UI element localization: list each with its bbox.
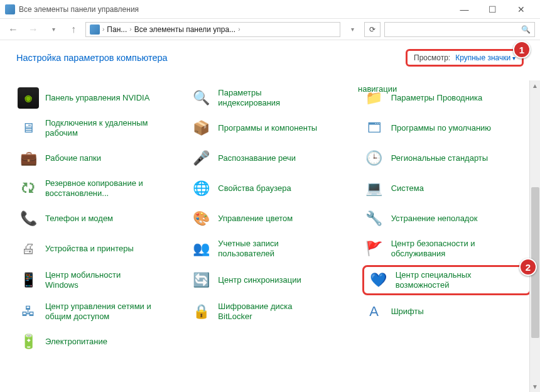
fonts-icon: A bbox=[364, 301, 385, 322]
item-label: Панель управления NVIDIA bbox=[45, 93, 149, 103]
minimize-button[interactable]: — bbox=[450, 0, 478, 19]
nvidia-icon: ◉ bbox=[18, 87, 39, 109]
item-label: Распознавание речи bbox=[218, 153, 296, 163]
ease-of-access[interactable]: 💙Центр специальных возможностей2 bbox=[362, 265, 531, 295]
programs-and-features[interactable]: 📦Программы и компоненты bbox=[189, 114, 358, 142]
view-value[interactable]: Крупные значки bbox=[455, 53, 516, 62]
indexing-options[interactable]: 🔍Параметры индексирования bbox=[189, 84, 358, 112]
explorer-options[interactable]: 📁Параметры Проводника bbox=[362, 84, 531, 112]
speech-icon: 🎤 bbox=[190, 148, 212, 169]
scroll-up-icon[interactable]: ▲ bbox=[530, 80, 540, 91]
window-buttons: — ☐ ✕ bbox=[450, 0, 535, 19]
work-folders[interactable]: 💼Рабочие папки bbox=[16, 144, 185, 172]
breadcrumb[interactable]: › Пан... › Все элементы панели упра... › bbox=[85, 22, 340, 37]
item-label: Электропитание bbox=[45, 337, 107, 347]
default-programs[interactable]: 🗔Программы по умолчанию bbox=[362, 114, 531, 142]
vertical-scrollbar[interactable]: ▲ ▼ bbox=[529, 80, 540, 392]
chevron-right-icon: › bbox=[102, 26, 104, 33]
item-label: Свойства браузера bbox=[218, 183, 291, 193]
bitlocker-icon: 🔒 bbox=[190, 301, 212, 322]
remote-icon: 🖥 bbox=[18, 117, 39, 139]
search-input[interactable]: 🔍 bbox=[384, 22, 535, 37]
item-label: Шифрование диска BitLocker bbox=[218, 302, 325, 322]
forward-button[interactable]: → bbox=[25, 21, 41, 38]
trouble-icon: 🔧 bbox=[364, 208, 385, 229]
power-icon: 🔋 bbox=[18, 331, 39, 352]
item-label: Система bbox=[391, 183, 424, 193]
view-selector[interactable]: Просмотр: Крупные значки 1 bbox=[406, 49, 524, 67]
mobility-center[interactable]: 📱Центр мобильности Windows bbox=[16, 265, 185, 295]
programs-icon: 📦 bbox=[190, 117, 212, 139]
nvidia-control-panel[interactable]: ◉Панель управления NVIDIA bbox=[16, 84, 185, 112]
regional-settings[interactable]: 🕒Региональные стандарты bbox=[362, 144, 531, 172]
folders-icon: 💼 bbox=[18, 148, 39, 169]
window-icon bbox=[5, 4, 15, 14]
item-label: Устранение неполадок bbox=[391, 214, 478, 224]
item-label: Резервное копирование и восстановлени... bbox=[45, 178, 152, 199]
system[interactable]: 💻Система bbox=[362, 175, 531, 202]
color-management[interactable]: 🎨Управление цветом bbox=[189, 205, 358, 232]
devices-printers[interactable]: 🖨Устройства и принтеры bbox=[16, 235, 185, 263]
item-label: Центр управления сетями и общим доступом bbox=[45, 302, 152, 322]
speech-recognition[interactable]: 🎤Распознавание речи bbox=[189, 144, 358, 172]
item-label: Подключения к удаленным рабочим bbox=[45, 118, 152, 139]
history-dropdown[interactable]: ▾ bbox=[344, 21, 360, 38]
index-icon: 🔍 bbox=[190, 87, 212, 109]
network-icon: 🖧 bbox=[18, 301, 39, 322]
breadcrumb-part[interactable]: Все элементы панели упра... bbox=[134, 25, 236, 34]
item-label: Центр безопасности и обслуживания bbox=[391, 239, 498, 259]
item-label: Телефон и модем bbox=[45, 214, 113, 224]
item-label: Центр специальных возможностей bbox=[396, 270, 502, 291]
user-accounts[interactable]: 👥Учетные записи пользователей bbox=[189, 235, 358, 263]
chevron-right-icon: › bbox=[238, 26, 240, 33]
network-sharing[interactable]: 🖧Центр управления сетями и общим доступо… bbox=[16, 298, 185, 325]
item-label: Центр синхронизации bbox=[218, 275, 301, 285]
security-icon: 🚩 bbox=[364, 238, 385, 259]
close-button[interactable]: ✕ bbox=[507, 0, 535, 19]
callout-badge-2: 2 bbox=[519, 258, 537, 276]
sync-icon: 🔄 bbox=[190, 270, 212, 291]
breadcrumb-part[interactable]: Пан... bbox=[107, 25, 127, 34]
devices-icon: 🖨 bbox=[18, 238, 39, 259]
default-icon: 🗔 bbox=[364, 117, 385, 139]
item-label: Устройства и принтеры bbox=[45, 244, 134, 254]
fonts[interactable]: AШрифты bbox=[362, 298, 531, 325]
back-button[interactable]: ← bbox=[5, 21, 21, 38]
explorer-icon: 📁 bbox=[364, 87, 385, 109]
addressbar: ← → ▾ ↑ › Пан... › Все элементы панели у… bbox=[0, 19, 540, 40]
item-label: Шрифты bbox=[391, 307, 424, 317]
mobility-icon: 📱 bbox=[18, 270, 39, 291]
item-label: Программы по умолчанию bbox=[391, 123, 491, 133]
location-icon bbox=[90, 24, 100, 35]
up-button[interactable]: ↑ bbox=[65, 21, 82, 38]
security-maintenance[interactable]: 🚩Центр безопасности и обслуживания bbox=[362, 235, 531, 263]
browser-icon: 🌐 bbox=[190, 178, 212, 199]
bitlocker[interactable]: 🔒Шифрование диска BitLocker bbox=[189, 298, 358, 325]
troubleshooting[interactable]: 🔧Устранение неполадок bbox=[362, 205, 531, 232]
sync-center[interactable]: 🔄Центр синхронизации bbox=[189, 265, 358, 295]
item-label: Рабочие папки bbox=[45, 153, 101, 163]
item-label: Региональные стандарты bbox=[391, 153, 488, 163]
color-icon: 🎨 bbox=[190, 208, 212, 229]
maximize-button[interactable]: ☐ bbox=[478, 0, 507, 19]
page-title: Настройка параметров компьютера bbox=[16, 53, 168, 63]
phone-modem[interactable]: 📞Телефон и модем bbox=[16, 205, 185, 232]
item-label: Программы и компоненты bbox=[218, 123, 317, 133]
users-icon: 👥 bbox=[190, 238, 212, 259]
window-title: Все элементы панели управления bbox=[19, 5, 139, 14]
item-label: Учетные записи пользователей bbox=[218, 239, 325, 259]
content-header: Настройка параметров компьютера Просмотр… bbox=[0, 40, 540, 69]
recent-button[interactable]: ▾ bbox=[45, 21, 62, 38]
scroll-down-icon[interactable]: ▼ bbox=[530, 381, 540, 392]
item-label: Параметры индексирования bbox=[218, 88, 325, 109]
backup-restore[interactable]: 🗘Резервное копирование и восстановлени..… bbox=[16, 175, 185, 202]
internet-options[interactable]: 🌐Свойства браузера bbox=[189, 175, 358, 202]
remote-desktop[interactable]: 🖥Подключения к удаленным рабочим bbox=[16, 114, 185, 142]
system-icon: 💻 bbox=[364, 178, 385, 199]
callout-badge-1: 1 bbox=[513, 41, 531, 58]
item-label: Управление цветом bbox=[218, 214, 293, 224]
backup-icon: 🗘 bbox=[18, 178, 39, 199]
view-label: Просмотр: bbox=[414, 53, 450, 62]
refresh-button[interactable]: ⟳ bbox=[364, 22, 381, 37]
power-options[interactable]: 🔋Электропитание bbox=[16, 328, 185, 356]
